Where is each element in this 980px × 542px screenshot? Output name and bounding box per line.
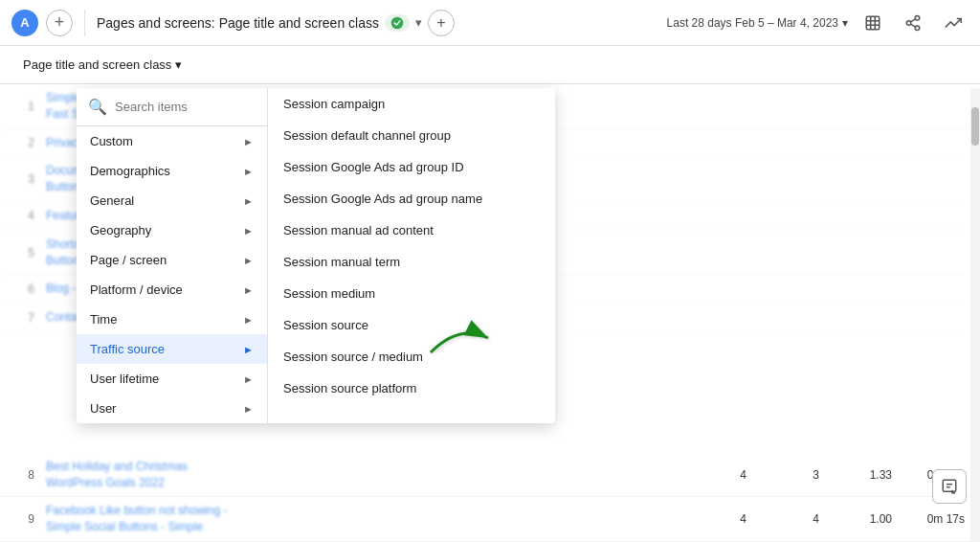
menu-item-label: Geography	[90, 223, 151, 237]
menu-item-platform-device[interactable]: Platform / device ►	[77, 275, 267, 305]
menu-item-label: User lifetime	[90, 372, 159, 386]
sub-menu-item[interactable]: Session Google Ads ad group name	[268, 183, 555, 215]
add-comparison-button[interactable]: +	[428, 10, 455, 36]
sub-menu-item[interactable]: Session medium	[268, 278, 555, 309]
row-number: 8	[15, 468, 34, 482]
share-button[interactable]	[898, 8, 928, 38]
row-values: 441.000m 17s	[697, 512, 965, 526]
menu-item-general[interactable]: General ►	[77, 186, 267, 215]
sub-menu-item[interactable]: Session manual term	[268, 246, 555, 278]
menu-chevron-icon: ►	[243, 314, 254, 326]
sub-items: Session campaignSession default channel …	[268, 88, 555, 404]
dimension-dropdown: 🔍 Custom ► Demographics ► General ► Geog…	[77, 88, 555, 423]
column-selector-label: Page title and screen class	[23, 57, 171, 72]
top-bar: A + Pages and screens: Page title and sc…	[0, 0, 980, 46]
add-property-button[interactable]: +	[46, 10, 73, 36]
table-row: 9 Facebook Like button not showing -Simp…	[0, 497, 980, 542]
row-number: 6	[15, 282, 34, 296]
sub-menu-item[interactable]: Session Google Ads ad group ID	[268, 151, 555, 183]
menu-item-label: Custom	[90, 134, 133, 148]
row-number: 7	[15, 311, 34, 325]
svg-rect-1	[866, 16, 880, 30]
main-area: Page title and screen class ▾ 1 Simple S…	[0, 46, 980, 542]
menu-item-page-screen[interactable]: Page / screen ►	[77, 245, 267, 275]
row-title: Facebook Like button not showing -Simple…	[46, 503, 685, 535]
menu-chevron-icon: ►	[243, 195, 254, 207]
menu-item-time[interactable]: Time ►	[77, 305, 267, 334]
menu-item-traffic-source[interactable]: Traffic source ►	[77, 334, 267, 364]
svg-line-9	[910, 24, 915, 27]
menu-item-custom[interactable]: Custom ►	[77, 126, 267, 156]
scrollbar-track	[970, 88, 980, 542]
menu-item-label: General	[90, 193, 134, 208]
top-right-controls: Last 28 days Feb 5 – Mar 4, 2023 ▾	[667, 8, 969, 38]
row-title: Best Holiday and ChristmasWordPress Goal…	[46, 459, 685, 491]
page-title-area: Pages and screens: Page title and screen…	[97, 10, 659, 36]
bottom-rows-area: 8 Best Holiday and ChristmasWordPress Go…	[0, 453, 980, 542]
avatar[interactable]: A	[11, 10, 38, 36]
menu-item-label: Page / screen	[90, 253, 167, 267]
scrollbar-thumb[interactable]	[971, 107, 979, 146]
date-range-text: Last 28 days Feb 5 – Mar 4, 2023	[667, 16, 838, 30]
sub-menu-item-label: Session campaign	[283, 97, 385, 111]
menu-chevron-icon: ►	[243, 373, 254, 385]
search-icon: 🔍	[88, 98, 107, 116]
row-values: 431.330m 22s	[697, 468, 965, 482]
search-input[interactable]	[115, 100, 276, 114]
sub-menu-item-label: Session medium	[283, 286, 375, 301]
svg-point-6	[915, 15, 920, 20]
date-range-selector[interactable]: Last 28 days Feb 5 – Mar 4, 2023 ▾	[667, 16, 848, 30]
menu-item-label: Time	[90, 312, 117, 327]
menu-item-user[interactable]: User ►	[77, 394, 267, 423]
sub-menu-item[interactable]: Session source	[268, 309, 555, 341]
column-selector-chevron: ▾	[175, 57, 182, 72]
customize-report-button[interactable]	[858, 8, 888, 38]
status-dropdown-icon[interactable]: ▾	[415, 15, 422, 30]
page-title: Pages and screens: Page title and screen…	[97, 15, 379, 31]
table-header: Page title and screen class ▾	[0, 46, 980, 84]
sub-menu-item-label: Session manual term	[283, 255, 400, 269]
row-number: 1	[15, 100, 34, 113]
menu-items: Custom ► Demographics ► General ► Geogra…	[77, 126, 267, 423]
row-number: 4	[15, 209, 34, 222]
menu-chevron-icon: ►	[243, 136, 254, 147]
search-box: 🔍	[77, 88, 267, 126]
menu-chevron-icon: ►	[243, 284, 254, 296]
menu-item-label: Platform / device	[90, 282, 183, 297]
sub-menu-item[interactable]: Session campaign	[268, 88, 555, 120]
insights-button[interactable]	[938, 8, 969, 38]
sub-menu-item[interactable]: Session source platform	[268, 373, 555, 404]
row-number: 3	[15, 172, 34, 186]
menu-chevron-icon: ►	[243, 255, 254, 266]
menu-item-demographics[interactable]: Demographics ►	[77, 156, 267, 186]
dropdown-right-panel: Session campaignSession default channel …	[268, 88, 555, 423]
column-selector[interactable]: Page title and screen class ▾	[15, 54, 189, 76]
status-badge	[385, 14, 410, 32]
sub-menu-item-label: Session Google Ads ad group name	[283, 192, 482, 206]
sub-menu-item-label: Session source	[283, 318, 368, 332]
svg-point-7	[906, 20, 911, 25]
svg-point-0	[391, 16, 404, 29]
menu-item-label: Demographics	[90, 164, 170, 178]
sub-menu-item-label: Session source platform	[283, 381, 416, 395]
sub-menu-item-label: Session Google Ads ad group ID	[283, 160, 464, 174]
menu-item-user-lifetime[interactable]: User lifetime ►	[77, 364, 267, 394]
row-number: 9	[15, 512, 34, 526]
dropdown-left-panel: 🔍 Custom ► Demographics ► General ► Geog…	[77, 88, 268, 423]
menu-chevron-icon: ►	[243, 225, 254, 237]
menu-chevron-icon: ►	[243, 403, 254, 415]
table-row: 8 Best Holiday and ChristmasWordPress Go…	[0, 453, 980, 498]
svg-rect-12	[943, 480, 956, 491]
sub-menu-item[interactable]: Session default channel group	[268, 120, 555, 151]
sub-menu-item[interactable]: Session source / medium	[268, 341, 555, 373]
menu-chevron-icon: ►	[243, 344, 254, 355]
feedback-button[interactable]	[932, 469, 967, 504]
menu-item-geography[interactable]: Geography ►	[77, 215, 267, 245]
sub-menu-item-label: Session manual ad content	[283, 223, 434, 237]
menu-item-label: User	[90, 401, 116, 416]
divider	[84, 10, 85, 36]
menu-chevron-icon: ►	[243, 166, 254, 177]
sub-menu-item-label: Session default channel group	[283, 128, 451, 143]
sub-menu-item[interactable]: Session manual ad content	[268, 215, 555, 246]
date-range-chevron: ▾	[842, 16, 848, 30]
